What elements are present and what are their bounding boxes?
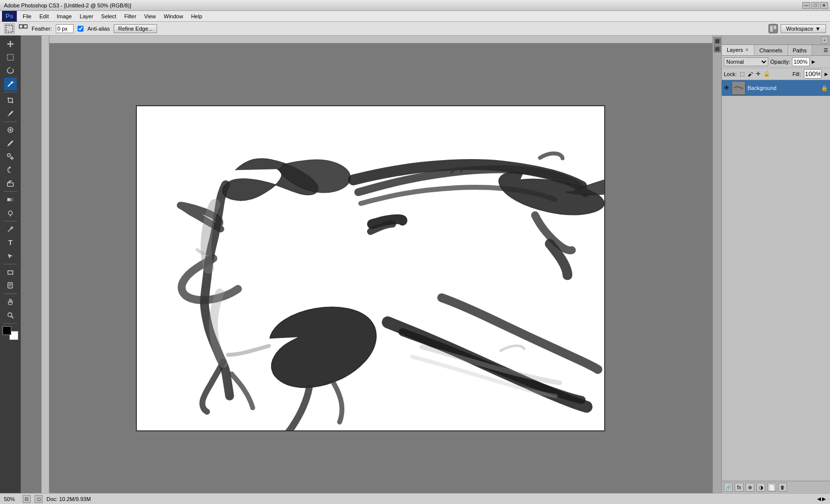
stroke-group-bottom-right: [388, 298, 604, 407]
path-select-tool[interactable]: [4, 250, 17, 262]
statusbar: 50% ⊡ ◻ Doc: 10.2M/9.93M ◀ ▶: [0, 493, 830, 504]
win-close[interactable]: ✕: [820, 2, 828, 9]
lock-transparent-icon[interactable]: ⬚: [740, 71, 745, 77]
tool-separator-2: [3, 122, 17, 122]
notes-tool[interactable]: [4, 279, 17, 292]
svg-line-7: [8, 83, 11, 86]
layer-fx-btn[interactable]: fx: [735, 483, 744, 492]
svg-line-11: [8, 115, 9, 116]
type-tool[interactable]: T: [4, 236, 17, 249]
workspace-button[interactable]: Workspace ▼: [781, 24, 826, 33]
canvas-border: [136, 105, 605, 431]
hand-tool[interactable]: [4, 295, 17, 308]
tab-paths[interactable]: Paths: [788, 45, 812, 55]
opacity-input[interactable]: [792, 57, 810, 66]
eraser-tool[interactable]: [4, 177, 17, 190]
layer-new-btn[interactable]: 📄: [767, 483, 776, 492]
prev-btn[interactable]: ◀: [817, 496, 821, 502]
document-canvas[interactable]: [136, 105, 605, 431]
menu-help[interactable]: Help: [187, 12, 207, 20]
lasso-tool[interactable]: [4, 64, 17, 77]
tool-separator-6: [3, 294, 17, 294]
antialias-checkbox[interactable]: [78, 26, 83, 32]
titlebar: Adobe Photoshop CS3 - [Untitled-2 @ 50% …: [0, 0, 830, 11]
pen-tool[interactable]: [4, 223, 17, 236]
tool-separator-3: [3, 191, 17, 192]
tab-layers-close[interactable]: ✕: [745, 47, 749, 52]
lock-position-icon[interactable]: ✛: [756, 71, 760, 77]
doc-info: Doc: 10.2M/9.93M: [46, 496, 813, 502]
menu-edit[interactable]: Edit: [36, 12, 53, 20]
menu-file[interactable]: File: [19, 12, 36, 20]
menu-filter[interactable]: Filter: [120, 12, 140, 20]
layers-lock: Lock: ⬚ 🖌 ✛ 🔒 Fill: ▶: [722, 68, 830, 80]
panel-icon-1[interactable]: ⬛: [714, 38, 721, 44]
blend-mode-select[interactable]: Normal Multiply Screen: [724, 57, 768, 66]
dodge-tool[interactable]: [4, 207, 17, 219]
next-btn[interactable]: ▶: [822, 496, 826, 502]
tab-channels[interactable]: Channels: [754, 45, 788, 55]
brush-strokes-svg: [137, 106, 604, 430]
zoom-fit-btn[interactable]: ⊡: [23, 495, 31, 503]
layer-visibility-icon[interactable]: 👁: [724, 84, 730, 91]
healing-tool[interactable]: [4, 124, 17, 136]
brush-tool[interactable]: [4, 137, 17, 150]
fill-input[interactable]: [804, 69, 822, 79]
menu-view[interactable]: View: [140, 12, 160, 20]
marquee-tool[interactable]: [4, 51, 17, 64]
move-tool[interactable]: [4, 38, 17, 50]
foreground-color[interactable]: [2, 326, 11, 335]
panel-menu-btn[interactable]: ☰: [824, 45, 830, 55]
svg-point-25: [8, 313, 12, 317]
menu-layer[interactable]: Layer: [76, 12, 97, 20]
tool-select-icon[interactable]: [4, 23, 15, 34]
svg-rect-17: [7, 198, 13, 201]
status-nav-btns: ◀ ▶: [817, 496, 826, 502]
layer-link-btn[interactable]: 🔗: [724, 483, 733, 492]
zoom-tool[interactable]: [4, 309, 17, 322]
panel-icon-2[interactable]: ⬛: [714, 45, 721, 52]
gradient-tool[interactable]: [4, 193, 17, 206]
clone-tool[interactable]: [4, 150, 17, 163]
layers-bottom-bar: 🔗 fx ⊕ ◑ 📄 🗑: [722, 481, 830, 493]
lock-all-icon[interactable]: 🔒: [763, 71, 770, 77]
side-panel-icons: ⬛ ⬛: [712, 36, 721, 493]
menu-select[interactable]: Select: [97, 12, 121, 20]
panel-top-row: «: [722, 36, 830, 45]
layers-panel: Layers ✕ Channels Paths ☰: [722, 45, 830, 96]
layer-adjustment-btn[interactable]: ◑: [756, 483, 765, 492]
crop-tool[interactable]: [4, 94, 17, 107]
svg-rect-6: [7, 54, 13, 60]
opacity-arrow[interactable]: ▶: [812, 59, 815, 64]
shape-tool[interactable]: [4, 266, 17, 279]
feather-label: Feather:: [32, 26, 52, 32]
menu-image[interactable]: Image: [53, 12, 76, 20]
fill-arrow[interactable]: ▶: [825, 72, 828, 77]
layer-delete-btn[interactable]: 🗑: [778, 483, 787, 492]
svg-point-15: [7, 154, 10, 157]
svg-rect-16: [7, 183, 13, 186]
magic-wand-tool[interactable]: [4, 78, 17, 90]
lock-paint-icon[interactable]: 🖌: [747, 71, 753, 77]
win-minimize[interactable]: —: [802, 2, 810, 9]
proof-btn[interactable]: ◻: [35, 495, 42, 503]
toolbar: T: [0, 36, 21, 493]
svg-point-18: [8, 211, 12, 215]
menubar: Ps File Edit Image Layer Select Filter V…: [0, 11, 830, 22]
feather-input[interactable]: [56, 24, 74, 33]
eyedropper-tool[interactable]: [4, 107, 17, 120]
history-brush[interactable]: [4, 164, 17, 176]
svg-rect-5: [774, 26, 776, 29]
tab-layers[interactable]: Layers ✕: [722, 45, 754, 55]
menu-window[interactable]: Window: [160, 12, 187, 20]
tool-options-icon1[interactable]: [19, 24, 28, 33]
layer-row-background[interactable]: 👁 Background 🔒: [722, 80, 830, 96]
antialias-label: Anti-alias: [87, 26, 110, 32]
app-title: Adobe Photoshop CS3 - [Untitled-2 @ 50% …: [4, 2, 131, 8]
ruler-horizontal: [49, 36, 712, 43]
refine-edge-button[interactable]: Refine Edge...: [114, 24, 157, 33]
panel-expand-btn[interactable]: «: [821, 37, 828, 43]
layer-mask-btn[interactable]: ⊕: [746, 483, 754, 492]
ruler-vertical: [42, 36, 49, 493]
win-maximize[interactable]: □: [811, 2, 819, 9]
